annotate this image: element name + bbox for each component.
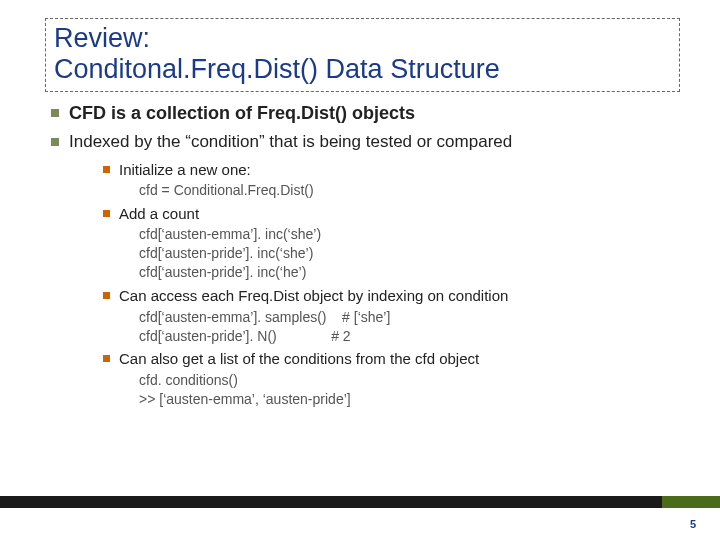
subitem-list-conditions: Can also get a list of the conditions fr… <box>103 349 680 408</box>
page-number: 5 <box>690 518 696 530</box>
subitem-initialize: Initialize a new one: cfd = Conditional.… <box>103 160 680 200</box>
bar-segment-green <box>662 496 720 508</box>
title-line-1: Review: <box>54 23 671 54</box>
bullet-item-indexed-by-condition: Indexed by the “condition” that is being… <box>51 131 680 408</box>
code-line: cfd[‘austen-pride’]. inc(‘he’) <box>139 263 680 282</box>
code-line: >> [‘austen-emma’, ‘austen-pride’] <box>139 390 680 409</box>
bullet-text: Indexed by the “condition” that is being… <box>69 132 512 151</box>
subitem-title: Add a count <box>119 204 680 224</box>
code-line: cfd. conditions() <box>139 371 680 390</box>
code-line: cfd = Conditional.Freq.Dist() <box>139 181 680 200</box>
title-box: Review: Conditonal.Freq.Dist() Data Stru… <box>45 18 680 92</box>
code-line: cfd[‘austen-emma’]. samples() # [‘she’] <box>139 308 680 327</box>
bullet-item-cfd-collection: CFD is a collection of Freq.Dist() objec… <box>51 102 680 125</box>
bullet-list-level2: Initialize a new one: cfd = Conditional.… <box>69 160 680 409</box>
bullet-text: CFD is a collection of Freq.Dist() objec… <box>69 103 415 123</box>
code-line: cfd[‘austen-emma’]. inc(‘she’) <box>139 225 680 244</box>
subitem-access-by-index: Can access each Freq.Dist object by inde… <box>103 286 680 345</box>
subitem-title: Can access each Freq.Dist object by inde… <box>119 286 680 306</box>
code-block: cfd[‘austen-emma’]. samples() # [‘she’] … <box>119 308 680 346</box>
bullet-list-level1: CFD is a collection of Freq.Dist() objec… <box>45 102 680 409</box>
subitem-title: Initialize a new one: <box>119 160 680 180</box>
slide-content: Review: Conditonal.Freq.Dist() Data Stru… <box>0 0 720 409</box>
code-line: cfd[‘austen-pride’]. N() # 2 <box>139 327 680 346</box>
bottom-bar <box>0 496 720 508</box>
subitem-title: Can also get a list of the conditions fr… <box>119 349 680 369</box>
title-line-2: Conditonal.Freq.Dist() Data Structure <box>54 54 671 85</box>
code-block: cfd. conditions() >> [‘austen-emma’, ‘au… <box>119 371 680 409</box>
code-block: cfd = Conditional.Freq.Dist() <box>119 181 680 200</box>
code-block: cfd[‘austen-emma’]. inc(‘she’) cfd[‘aust… <box>119 225 680 282</box>
code-line: cfd[‘austen-pride’]. inc(‘she’) <box>139 244 680 263</box>
subitem-add-count: Add a count cfd[‘austen-emma’]. inc(‘she… <box>103 204 680 282</box>
bar-segment-dark <box>0 496 662 508</box>
